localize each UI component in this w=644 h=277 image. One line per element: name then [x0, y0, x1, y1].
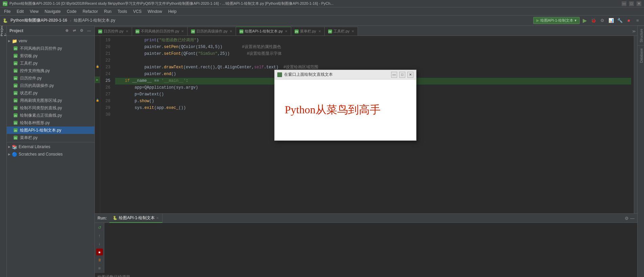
more-button[interactable]: ≡	[634, 17, 641, 24]
menu-code[interactable]: Code	[64, 8, 79, 15]
popup-maximize-btn[interactable]: □	[399, 72, 405, 78]
run-controls: ▶ 绘图API-1-绘制文本 ▾ ▶ 🐞 ⚙ 📊 🔧 ■ ≡	[533, 17, 641, 24]
tree-item-6[interactable]: py 状态栏.py	[7, 89, 94, 97]
tree-item-7[interactable]: py 用画刷填充图形区域.py	[7, 97, 94, 104]
run-stop-btn[interactable]: ■	[96, 249, 103, 255]
gutter-line	[95, 36, 100, 43]
tree-item-0[interactable]: py 不同风格的日历控件.py	[7, 45, 94, 52]
tree-item-2[interactable]: py 工具栏.py	[7, 60, 94, 67]
tree-item-label: 状态栏.py	[20, 90, 38, 96]
coverage-button[interactable]: ⚙	[599, 17, 606, 24]
maximize-button[interactable]: □	[629, 1, 634, 6]
run-panel-gear-icon[interactable]: ⚙	[625, 216, 629, 221]
tree-item-scratches[interactable]: ▶ 🔵 Scratches and Consoles	[7, 151, 94, 158]
tree-item-ext-libs[interactable]: ▶ 📚 External Libraries	[7, 143, 94, 151]
tree-item-4[interactable]: py 日历控件.py	[7, 74, 94, 82]
tab-close-btn[interactable]: ✕	[230, 29, 232, 33]
project-bar: 🐍 Python绘制图像API-2020-1-16 › 绘图API-1-绘制文本…	[0, 16, 644, 26]
profile-button[interactable]: 📊	[607, 17, 615, 24]
run-up-btn[interactable]: ↑	[96, 232, 103, 239]
tree-item-1[interactable]: py 剪切板.py	[7, 52, 94, 60]
tab-label: 日历的高级操作.py	[196, 29, 228, 34]
menu-view[interactable]: View	[27, 8, 41, 15]
tree-item-9[interactable]: py 绘制像素点正弦曲线.py	[7, 112, 94, 119]
project-title[interactable]: Python绘制图像API-2020-1-16	[10, 18, 67, 23]
tab-toolbar[interactable]: py 工具栏.py ✕	[325, 27, 358, 36]
tree-item-8[interactable]: py 绘制不同类型的直线.py	[7, 104, 94, 112]
run-tab-icon: 🐍	[113, 216, 117, 220]
project-toggle[interactable]: 1- Project	[1, 27, 6, 32]
menu-help[interactable]: Help	[166, 8, 179, 15]
minimize-button[interactable]: —	[622, 1, 626, 6]
menu-edit[interactable]: Edit	[14, 8, 26, 15]
tree-item-label: External Libraries	[19, 144, 50, 149]
code-line-20: painter.setPen(QColor(150,43,5)) #设置画笔的属…	[115, 44, 631, 51]
tab-close-btn[interactable]: ✕	[181, 29, 184, 33]
run-config-dropdown[interactable]: ▶ 绘图API-1-绘制文本 ▾	[533, 17, 580, 24]
menu-refactor[interactable]: Refactor	[80, 8, 101, 15]
menu-vcs[interactable]: VCS	[130, 8, 144, 15]
lock-icon: 🔒	[96, 99, 99, 102]
menu-navigate[interactable]: Navigate	[42, 8, 63, 15]
tree-item-3[interactable]: py 控件支持拖拽.py	[7, 67, 94, 74]
run-pause-btn[interactable]: ⏸	[96, 257, 103, 263]
run-down-btn[interactable]: ↓	[96, 240, 103, 247]
panel-hide-btn[interactable]: —	[86, 28, 92, 33]
popup-close-btn[interactable]: ✕	[407, 72, 413, 78]
tree-item-10[interactable]: py 绘制各种图形.py	[7, 119, 94, 126]
menu-window[interactable]: Window	[145, 8, 165, 15]
run-restart-btn[interactable]: ↺	[96, 224, 103, 231]
tree-item-11[interactable]: py 菜单栏.py	[7, 134, 94, 141]
popup-titlebar: 在窗口上面绘制文直线文本 — □ ✕	[275, 70, 416, 79]
file-icon: py	[14, 46, 18, 50]
line-numbers: 19 20 21 22 23 24 25 26 27 28 29 30	[100, 36, 112, 213]
project-panel-header: Project ⊕ ⇌ ⚙ —	[7, 26, 94, 36]
app-window: Py Python绘制图像API-2020-1-16 [D:\Byrbt2018…	[0, 0, 644, 277]
run-scroll-btn[interactable]: ≡	[96, 265, 103, 272]
menu-tools[interactable]: Tools	[115, 8, 130, 15]
tree-item-5[interactable]: py 日历的高级操作.py	[7, 82, 94, 89]
tabs-scroll-right[interactable]: ≫	[630, 27, 637, 36]
concurrency-button[interactable]: 🔧	[616, 17, 624, 24]
tab-close-btn[interactable]: ✕	[318, 29, 321, 33]
tree-item-selected[interactable]: py 绘图API-1-绘制文本.py	[7, 126, 94, 134]
popup-chinese-text: Python从菜鸟到高手	[285, 102, 381, 117]
run-panel-minimize-btn[interactable]: —	[630, 216, 635, 221]
debug-button[interactable]: 🐞	[590, 17, 597, 24]
bottom-tabs-bar: Run: 🐍 绘图API-1-绘制文本 ✕ ⚙ —	[95, 213, 637, 223]
tab-menu[interactable]: py 菜单栏.py ✕	[291, 27, 325, 36]
tab-close-btn[interactable]: ✕	[351, 29, 354, 33]
tab-close-btn[interactable]: ✕	[285, 29, 287, 33]
menu-run[interactable]: Run	[101, 8, 114, 15]
panel-locate-btn[interactable]: ⊕	[64, 28, 69, 33]
tab-draw-text[interactable]: py 绘图API-1-绘制文本.py ✕	[236, 27, 291, 36]
tab-calendar-adv[interactable]: py 日历的高级操作.py ✕	[188, 27, 236, 36]
popup-window: 在窗口上面绘制文直线文本 — □ ✕ Python从菜鸟到高手	[274, 70, 416, 141]
tree-item-label: 绘制像素点正弦曲线.py	[20, 113, 62, 118]
close-button[interactable]: ✕	[637, 1, 641, 6]
panel-collapse-btn[interactable]: ⇌	[71, 28, 77, 33]
tree-item-venv[interactable]: ▶ 📁 venv	[7, 37, 94, 45]
tab-calendar[interactable]: py 日历控件.py ✕	[95, 27, 132, 36]
editor-scrollbar[interactable]	[634, 36, 637, 213]
tree-item-label: 不同风格的日历控件.py	[20, 46, 62, 51]
right-panel-database[interactable]: Database	[638, 45, 644, 66]
line-num-29: 29	[100, 105, 110, 112]
expand-icon: ▶	[8, 145, 10, 148]
gutter-line	[95, 49, 100, 56]
run-button[interactable]: ▶	[581, 17, 588, 24]
panel-settings-btn[interactable]: ⚙	[79, 28, 84, 33]
tab-close-btn[interactable]: ✕	[126, 29, 128, 33]
run-tab-close[interactable]: ✕	[156, 216, 159, 220]
breadcrumb-file[interactable]: 绘图API-1-绘制文本.py	[74, 18, 115, 23]
execution-arrow-icon: ▶	[96, 78, 98, 82]
popup-content: Python从菜鸟到高手	[275, 79, 416, 140]
tab-diff-calendar[interactable]: py 不同风格的日历控件.py ✕	[132, 27, 188, 36]
run-output-line-0: 绘图函数已经调用	[98, 274, 635, 277]
menu-file[interactable]: File	[1, 8, 13, 15]
popup-minimize-btn[interactable]: —	[391, 72, 397, 78]
run-output[interactable]: 绘图函数已经调用 绘图函数已经调用 绘图函数已经调用 绘图函数已经调用	[95, 273, 637, 277]
run-tab-active[interactable]: 🐍 绘图API-1-绘制文本 ✕	[109, 213, 163, 223]
stop-button[interactable]: ■	[625, 17, 632, 24]
right-panel-structure[interactable]: Structure	[638, 26, 644, 45]
